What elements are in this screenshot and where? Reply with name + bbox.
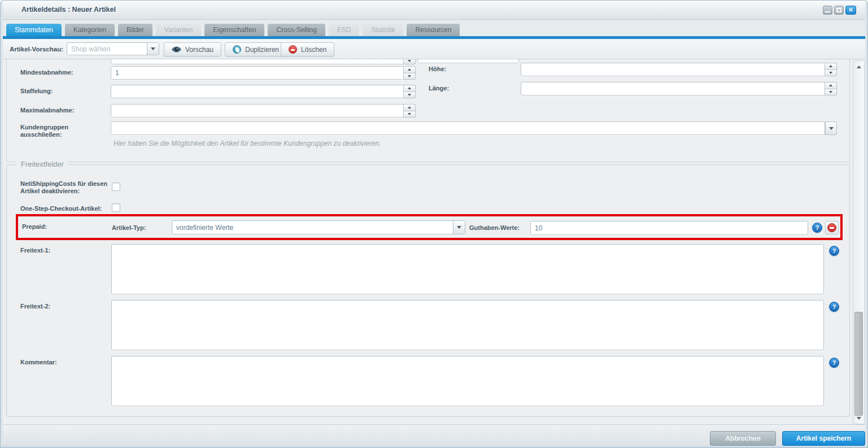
loeschen-button[interactable]: Löschen xyxy=(281,42,334,56)
prepaid-label: Prepaid: xyxy=(22,223,47,230)
laenge-label: Länge: xyxy=(429,85,449,92)
prepaid-remove-button[interactable] xyxy=(825,221,839,234)
shop-select-input[interactable] xyxy=(67,43,147,55)
cutoff-field-right xyxy=(417,59,519,63)
chevron-down-icon xyxy=(829,127,834,130)
window-frame-right xyxy=(865,1,867,448)
spinner-down-button[interactable] xyxy=(825,69,837,77)
netishippingcosts-checkbox[interactable] xyxy=(112,182,120,191)
minimize-icon xyxy=(825,11,830,12)
staffelung-label: Staffelung: xyxy=(20,88,53,94)
kundengruppen-label-line2: ausschließen: xyxy=(20,131,62,138)
tab-varianten: Varianten xyxy=(156,24,201,36)
spinner-up-button[interactable] xyxy=(404,104,416,111)
titlebar: Artikeldetails : Neuer Artikel ✕ xyxy=(1,1,868,20)
spinner-down-button[interactable] xyxy=(404,111,416,118)
chevron-down-icon xyxy=(457,226,461,229)
mindestabnahme-spinner xyxy=(404,66,416,80)
vorschau-button[interactable]: Vorschau xyxy=(164,42,221,56)
artikel-typ-trigger[interactable] xyxy=(453,221,465,234)
freitext2-help-icon[interactable]: ? xyxy=(829,302,839,312)
spinner-up-icon xyxy=(408,106,411,108)
maximalabnahme-input[interactable] xyxy=(111,104,404,118)
shop-select-combobox[interactable] xyxy=(67,42,159,55)
window-frame-left xyxy=(1,1,3,448)
cutoff-field-left xyxy=(111,59,416,64)
one-step-checkout-checkbox[interactable] xyxy=(112,203,120,212)
cutoff-input-2[interactable] xyxy=(417,59,519,63)
tab-bilder[interactable]: Bilder xyxy=(118,24,152,36)
spinner-down-button[interactable] xyxy=(404,73,416,80)
freitext2-textarea[interactable] xyxy=(111,300,824,350)
tab-stammdaten[interactable]: Stammdaten xyxy=(6,24,62,36)
kundengruppen-trigger[interactable] xyxy=(825,121,837,135)
laenge-field xyxy=(521,82,837,95)
maximize-button[interactable] xyxy=(834,6,844,15)
close-button[interactable]: ✕ xyxy=(845,6,856,15)
shop-select-trigger[interactable] xyxy=(147,43,159,55)
minimize-button[interactable] xyxy=(823,6,832,15)
close-icon: ✕ xyxy=(846,7,856,13)
duplizieren-button-label: Duplizieren xyxy=(245,46,279,54)
guthaben-werte-field xyxy=(530,221,808,235)
toolbar: Artikel-Vorschau: Vorschau Duplizieren L… xyxy=(3,39,866,59)
mindestabnahme-input[interactable] xyxy=(111,66,404,80)
prepaid-help-icon[interactable]: ? xyxy=(812,223,822,233)
spinner-down-icon xyxy=(408,94,411,96)
kommentar-help-icon[interactable]: ? xyxy=(829,358,839,368)
kundengruppen-input[interactable] xyxy=(111,121,825,135)
staffelung-input[interactable] xyxy=(111,85,404,98)
spinner-down-icon xyxy=(408,60,411,62)
maximalabnahme-spinner xyxy=(404,104,416,118)
laenge-input[interactable] xyxy=(521,82,825,95)
remove-minus-icon xyxy=(827,223,836,232)
mindestabnahme-field xyxy=(111,66,416,80)
scrollbar-thumb[interactable] xyxy=(854,312,863,416)
hoehe-label: Höhe: xyxy=(429,66,446,72)
tab-ressourcen[interactable]: Ressourcen xyxy=(407,24,460,36)
tab-eigenschaften[interactable]: Eigenschaften xyxy=(204,24,264,36)
staffelung-spinner xyxy=(404,85,416,98)
laenge-spinner xyxy=(825,82,837,95)
kundengruppen-help-text: Hier haben Sie die Möglichkeit den Artik… xyxy=(114,140,381,147)
kundengruppen-field xyxy=(111,121,837,135)
maximize-icon xyxy=(836,8,841,12)
kommentar-textarea[interactable] xyxy=(111,356,824,406)
duplizieren-button[interactable]: Duplizieren xyxy=(225,42,287,56)
spinner-down-button[interactable] xyxy=(825,89,837,96)
spinner-down-button[interactable] xyxy=(404,59,416,64)
freitext1-label: Freitext-1: xyxy=(20,247,50,254)
freitext1-textarea[interactable] xyxy=(111,244,824,294)
tab-kategorien[interactable]: Kategorien xyxy=(65,24,115,36)
artikel-typ-input[interactable] xyxy=(172,221,453,234)
spinner-up-button[interactable] xyxy=(404,85,416,92)
guthaben-werte-input[interactable] xyxy=(530,221,808,235)
hoehe-field xyxy=(521,63,837,76)
spinner-up-button[interactable] xyxy=(825,63,837,69)
spinner-down-icon xyxy=(408,113,411,115)
tab-cross-selling[interactable]: Cross-Selling xyxy=(268,24,325,36)
chevron-down-icon xyxy=(151,47,155,50)
netishippingcosts-label-line2: Artikel deaktivieren: xyxy=(20,188,80,194)
spinner-down-icon xyxy=(829,91,832,93)
freitext1-help-icon[interactable]: ? xyxy=(829,246,839,256)
abbrechen-button[interactable]: Abbrechen xyxy=(710,431,776,446)
cutoff-spinner xyxy=(404,59,416,64)
staffelung-field xyxy=(111,85,416,98)
hoehe-input[interactable] xyxy=(521,63,825,76)
vertical-scrollbar[interactable] xyxy=(853,60,865,424)
loeschen-button-label: Löschen xyxy=(301,46,326,54)
artikel-vorschau-label: Artikel-Vorschau: xyxy=(10,46,63,53)
scroll-down-button[interactable] xyxy=(853,414,864,423)
scroll-up-button[interactable] xyxy=(853,62,864,71)
cutoff-input[interactable] xyxy=(111,59,404,64)
spinner-up-button[interactable] xyxy=(404,66,416,73)
spinner-down-button[interactable] xyxy=(404,92,416,99)
window-frame-bottom xyxy=(1,446,868,447)
artikel-typ-combobox[interactable] xyxy=(172,220,465,234)
artikel-speichern-button[interactable]: Artikel speichern xyxy=(782,431,865,446)
footer-bar: Abbrechen Artikel speichern xyxy=(1,424,868,447)
spinner-up-button[interactable] xyxy=(825,82,837,89)
hoehe-spinner xyxy=(825,63,837,76)
scroll-down-icon xyxy=(857,417,861,420)
